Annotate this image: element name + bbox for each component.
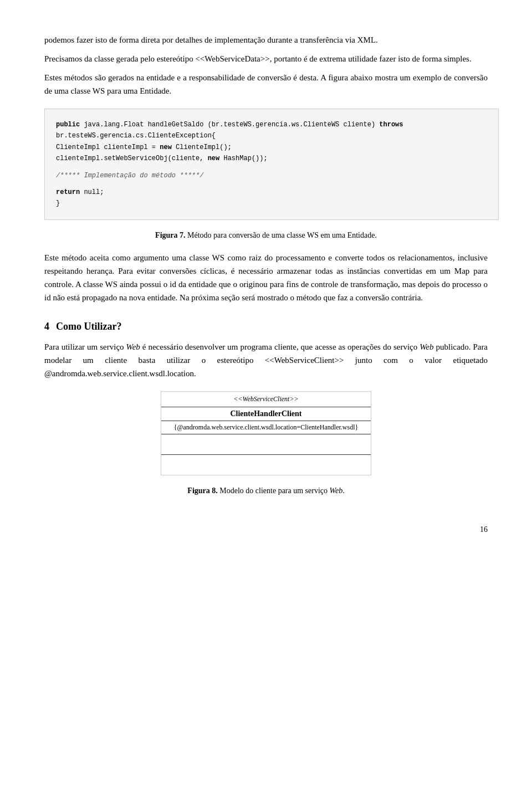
code-block-figure7: public java.lang.Float handleGetSaldo (b… (44, 109, 499, 220)
uml-section-empty-1 (161, 434, 371, 455)
uml-section-empty-2 (161, 455, 371, 475)
paragraph-9: Para utilizar um serviço Web é necessári… (44, 340, 488, 380)
code-line-5: return null; (56, 187, 487, 198)
code-line-6: } (56, 198, 487, 209)
code-line-2: ClienteImpl clienteImpl = new ClienteImp… (56, 142, 487, 153)
paragraph-5: Este método aceita como argumento uma cl… (44, 251, 488, 304)
section-4-heading: 4Como Utilizar? (44, 321, 488, 332)
uml-class-name: ClienteHandlerClient (161, 407, 371, 421)
paragraph-1: podemos fazer isto de forma direta por d… (44, 33, 488, 47)
code-line-3: clienteImpl.setWebServiceObj(cliente, ne… (56, 153, 487, 164)
page-number: 16 (480, 525, 488, 534)
uml-field-1: {@andromda.web.service.client.wsdl.locat… (161, 421, 371, 434)
code-line-1: public java.lang.Float handleGetSaldo (b… (56, 119, 487, 142)
paragraph-2: Precisamos da classe gerada pelo estereó… (44, 52, 488, 65)
figure7-caption: Figura 7. Método para conversão de uma c… (44, 231, 488, 240)
paragraph-3: Estes métodos são gerados na entidade e … (44, 71, 488, 98)
figure8-caption: Figura 8. Modelo do cliente para um serv… (44, 487, 488, 495)
page-content: podemos fazer isto de forma direta por d… (0, 0, 532, 551)
uml-stereotype: <<WebServiceClient>> (161, 392, 371, 407)
uml-figure-8: <<WebServiceClient>> ClienteHandlerClien… (161, 391, 371, 475)
code-line-4-comment: /***** Implementação do método *****/ (56, 170, 487, 181)
